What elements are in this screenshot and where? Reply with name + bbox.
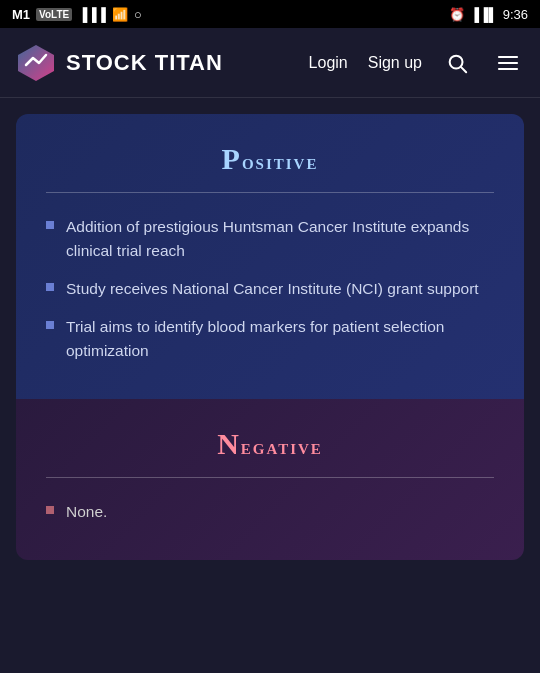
bullet-text: Study receives National Cancer Institute… (66, 277, 479, 301)
positive-divider (46, 192, 494, 193)
list-item: Study receives National Cancer Institute… (46, 277, 494, 301)
negative-card: NEGATIVE None. (16, 399, 524, 560)
signal-icon: ▐▐▐ (78, 7, 106, 22)
search-button[interactable] (442, 48, 472, 78)
status-left: M1 VoLTE ▐▐▐ 📶 ○ (12, 7, 142, 22)
signup-link[interactable]: Sign up (368, 54, 422, 72)
login-link[interactable]: Login (309, 54, 348, 72)
alarm-icon: ⏰ (449, 7, 465, 22)
svg-line-2 (461, 67, 466, 72)
instagram-icon: ○ (134, 7, 142, 22)
negative-divider (46, 477, 494, 478)
battery-icon: ▐▐▌ (470, 7, 498, 22)
bullet-text: None. (66, 500, 107, 524)
bullet-marker (46, 506, 54, 514)
brand-area: STOCK TITAN (16, 43, 309, 83)
wifi-icon: 📶 (112, 7, 128, 22)
bullet-marker (46, 321, 54, 329)
svg-marker-0 (18, 45, 54, 81)
search-icon (446, 52, 468, 74)
navbar-links: Login Sign up (309, 47, 524, 79)
navbar: STOCK TITAN Login Sign up (0, 28, 540, 98)
status-bar: M1 VoLTE ▐▐▐ 📶 ○ ⏰ ▐▐▌ 9:36 (0, 0, 540, 28)
status-right: ⏰ ▐▐▌ 9:36 (449, 7, 528, 22)
hamburger-icon (496, 51, 520, 75)
bullet-marker (46, 283, 54, 291)
brand-name-text: STOCK TITAN (66, 50, 223, 76)
list-item: Trial aims to identify blood markers for… (46, 315, 494, 363)
list-item: Addition of prestigious Huntsman Cancer … (46, 215, 494, 263)
time-display: 9:36 (503, 7, 528, 22)
bullet-text: Trial aims to identify blood markers for… (66, 315, 494, 363)
menu-button[interactable] (492, 47, 524, 79)
positive-list: Addition of prestigious Huntsman Cancer … (46, 215, 494, 363)
main-content: POSITIVE Addition of prestigious Huntsma… (0, 98, 540, 576)
bullet-marker (46, 221, 54, 229)
negative-list: None. (46, 500, 494, 524)
bullet-text: Addition of prestigious Huntsman Cancer … (66, 215, 494, 263)
volte-badge: VoLTE (36, 8, 72, 21)
brand-logo-icon (16, 43, 56, 83)
negative-title: NEGATIVE (46, 427, 494, 461)
list-item: None. (46, 500, 494, 524)
carrier-label: M1 (12, 7, 30, 22)
positive-card: POSITIVE Addition of prestigious Huntsma… (16, 114, 524, 399)
positive-title: POSITIVE (46, 142, 494, 176)
